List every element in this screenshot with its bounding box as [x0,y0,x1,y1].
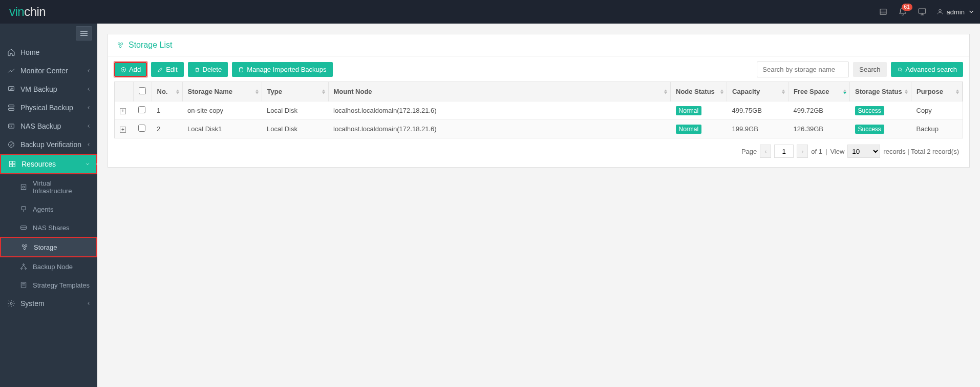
select-cell[interactable] [133,101,152,120]
pager-current-input[interactable] [774,145,794,158]
search-input[interactable] [757,62,849,77]
nav-home[interactable]: Home [0,43,97,62]
pencil-icon [157,67,163,73]
chevron-left-icon [86,87,91,92]
add-button[interactable]: Add [114,62,147,77]
nav-label: Strategy Templates [33,281,90,289]
sub-nav-backup-node[interactable]: Backup Node [0,257,97,276]
nav-label: Home [20,48,39,56]
col-expand [115,82,133,101]
template-icon [19,281,28,289]
chevron-left-icon [86,301,91,306]
svg-point-28 [23,264,25,266]
table-row: +1on-site copyLocal Disklocalhost.locald… [115,101,963,120]
col-storage-status[interactable]: Storage Status [850,82,911,101]
verify-icon [7,140,15,149]
col-select-all[interactable] [133,82,152,101]
storage-icon [20,243,29,251]
resources-icon [8,160,16,168]
nav-system[interactable]: System [0,294,97,313]
nav-vm-backup[interactable]: VM VM Backup [0,80,97,98]
chevron-down-icon [968,8,975,15]
col-free-space[interactable]: Free Space [789,82,850,101]
top-actions: 61 admin [878,7,975,17]
sub-nav-virtual-infra[interactable]: Virtual Infrastructure [0,174,97,200]
advanced-search-button[interactable]: Advanced search [891,62,963,77]
cell-purpose: Backup [911,120,963,138]
nav-physical-backup[interactable]: Physical Backup [0,98,97,117]
select-all-checkbox[interactable] [139,87,146,94]
bell-icon[interactable]: 61 [898,7,908,17]
select-cell[interactable] [133,120,152,138]
button-label: Edit [166,66,177,73]
svg-point-12 [10,126,10,126]
pager: Page ‹ › of 1 | View 10 records | Total … [114,138,963,160]
expand-cell[interactable]: + [115,101,133,120]
svg-text:VM: VM [10,88,13,90]
pager-size-select[interactable]: 10 [847,145,880,158]
svg-point-20 [23,186,25,188]
row-checkbox[interactable] [138,106,145,113]
home-icon [7,48,15,56]
svg-point-44 [898,68,901,71]
search-button[interactable]: Search [853,62,886,77]
edit-button[interactable]: Edit [151,62,183,77]
vi-icon [19,183,28,191]
cell-mount: localhost.localdomain(172.18.21.6) [328,120,671,138]
col-mount-node[interactable]: Mount Node [328,82,671,101]
cell-no: 1 [152,101,182,120]
col-type[interactable]: Type [262,82,328,101]
pager-label: Page [741,148,757,155]
pager-prev-button[interactable]: ‹ [760,145,771,158]
manage-imported-button[interactable]: Manage Imported Backups [232,62,332,77]
sub-nav-agents[interactable]: Agents [0,200,97,218]
sub-nav-nas-shares[interactable]: NAS Shares [0,218,97,237]
sidebar: Home Monitor Center VM VM Backup Physica… [0,24,97,387]
svg-point-27 [24,248,26,250]
col-storage-name[interactable]: Storage Name [182,82,262,101]
db-icon [238,67,244,73]
svg-point-43 [240,67,243,69]
svg-rect-9 [9,105,14,107]
cell-node-status: Normal [671,101,727,120]
nav-backup-verification[interactable]: Backup Verification [0,135,97,154]
menu-toggle-button[interactable] [76,26,92,40]
nav-monitor[interactable]: Monitor Center [0,62,97,80]
cell-name: on-site copy [182,101,262,120]
row-checkbox[interactable] [138,125,145,132]
table-row: +2Local Disk1Local Disklocalhost.localdo… [115,120,963,138]
nav-nas-backup[interactable]: NAS Backup [0,117,97,135]
pager-of: of 1 [811,148,822,155]
sub-nav-storage[interactable]: Storage [0,237,97,257]
nav-label: VM Backup [20,85,57,93]
node-icon [19,262,28,271]
delete-button[interactable]: Delete [188,62,228,77]
col-node-status[interactable]: Node Status [671,82,727,101]
svg-rect-21 [22,207,26,210]
col-no[interactable]: No. [152,82,182,101]
pager-next-button[interactable]: › [797,145,808,158]
sub-nav-resources: Virtual Infrastructure Agents NAS Shares… [0,174,97,294]
plus-icon [120,67,126,73]
nav-label: Agents [33,206,53,213]
cell-type: Local Disk [262,101,328,120]
nav-label: Virtual Infrastructure [33,179,90,195]
list-icon[interactable] [878,7,888,17]
expand-cell[interactable]: + [115,120,133,138]
svg-point-6 [939,9,941,12]
panel-title: Storage List [129,40,172,50]
nav-resources[interactable]: Resources [0,154,97,174]
nav-label: Backup Node [33,263,73,271]
svg-point-25 [22,245,24,247]
vm-icon: VM [7,85,15,93]
sub-nav-strategy-templates[interactable]: Strategy Templates [0,276,97,294]
nav-label: NAS Shares [33,224,70,232]
monitor-icon[interactable] [917,7,927,17]
user-menu[interactable]: admin [936,8,975,16]
chevron-down-icon [85,161,90,167]
col-capacity[interactable]: Capacity [727,82,789,101]
svg-rect-18 [13,165,15,167]
col-purpose[interactable]: Purpose [911,82,963,101]
svg-point-38 [121,43,123,45]
agent-icon [19,205,28,213]
